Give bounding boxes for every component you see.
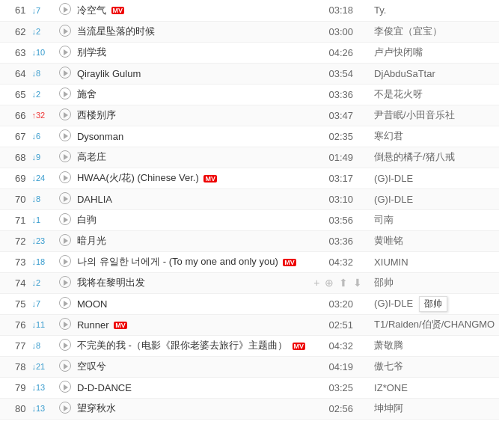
song-title: 别学我 [74, 42, 310, 63]
artist-link[interactable]: (G)I-DLE [374, 297, 413, 308]
song-title-link[interactable]: Qiraylik Gulum [77, 68, 141, 79]
artist-link[interactable]: Ty. [374, 4, 386, 16]
play-cell [56, 398, 74, 419]
artist-link[interactable]: 李俊宜（宜宝） [374, 25, 442, 37]
play-button[interactable] [59, 171, 71, 183]
song-title-link[interactable]: 空叹兮 [77, 360, 106, 372]
rank-number: 71 [0, 209, 28, 230]
play-cell [56, 21, 74, 42]
artist-link[interactable]: 司南 [374, 214, 394, 225]
play-button[interactable] [59, 297, 71, 309]
artist-link[interactable]: T1/Raiden/伯贤/CHANGMO [374, 319, 495, 330]
rank-change: ↓7 [28, 293, 55, 314]
song-title-link[interactable]: MOON [77, 298, 107, 310]
mv-badge[interactable]: MV [111, 7, 125, 14]
rank-number: 79 [0, 377, 28, 398]
song-title-link[interactable]: 望穿秋水 [77, 402, 116, 414]
artist-link[interactable]: 黄唯铭 [374, 235, 403, 246]
song-title-link[interactable]: 西楼别序 [77, 109, 116, 120]
song-title-link[interactable]: 施舍 [77, 88, 97, 99]
rank-down-icon: ↓11 [31, 320, 45, 329]
add-icon[interactable]: + [313, 277, 319, 289]
artist-link[interactable]: XIUMIN [374, 257, 408, 268]
song-title-link[interactable]: DAHLIA [77, 194, 112, 205]
play-button[interactable] [59, 3, 71, 15]
rank-down-icon: ↓8 [31, 194, 40, 203]
play-button[interactable] [59, 67, 71, 79]
play-button[interactable] [59, 88, 71, 99]
play-button[interactable] [59, 339, 71, 351]
song-title-link[interactable]: 白驹 [77, 214, 97, 225]
rank-down-icon: ↓9 [31, 153, 40, 162]
play-button[interactable] [59, 360, 71, 372]
mv-badge[interactable]: MV [203, 175, 217, 182]
folder-icon[interactable]: ⊕ [325, 277, 334, 289]
mv-badge[interactable]: MV [114, 322, 127, 329]
download-icon[interactable]: ⬇ [353, 277, 362, 289]
artist-link[interactable]: 尹昔眠/小田音乐社 [374, 109, 455, 120]
artist-link[interactable]: 傲七爷 [374, 360, 403, 372]
artist-link[interactable]: 萧敬腾 [374, 340, 403, 351]
song-duration: 04:32 [310, 335, 371, 356]
artist-link[interactable]: 坤坤阿 [374, 402, 403, 414]
rank-number: 69 [0, 168, 28, 188]
rank-change: ↓8 [28, 63, 55, 84]
play-cell [56, 84, 74, 105]
table-row: 73↓18나의 유일한 너에게 - (To my one and only yo… [0, 251, 499, 272]
play-button[interactable] [59, 213, 71, 225]
song-title-link[interactable]: 暗月光 [77, 235, 106, 246]
song-title-link[interactable]: 冷空气 [77, 4, 106, 16]
play-button[interactable] [59, 255, 71, 267]
rank-down-icon: ↓8 [31, 341, 40, 350]
song-duration: 04:19 [310, 356, 371, 377]
mv-badge[interactable]: MV [293, 343, 306, 350]
table-row: 79↓13D-D-DANCE03:25IZ*ONE [0, 377, 499, 398]
play-button[interactable] [59, 129, 71, 141]
artist-link[interactable]: 寒幻君 [374, 130, 403, 141]
song-title-link[interactable]: 不完美的我 -（电影《跟你老婆去旅行》主题曲） [77, 340, 287, 351]
artist-link[interactable]: IZ*ONE [374, 382, 408, 393]
mv-badge[interactable]: MV [283, 259, 296, 266]
song-duration: 01:49 [310, 147, 371, 168]
song-artist: 尹昔眠/小田音乐社 [371, 105, 499, 126]
play-button[interactable] [59, 381, 71, 393]
play-button[interactable] [59, 402, 71, 414]
song-title-link[interactable]: Runner [77, 319, 109, 331]
artist-link[interactable]: (G)I-DLE [374, 173, 413, 184]
song-artist: 不是花火呀 [371, 84, 499, 105]
song-title-link[interactable]: 当流星坠落的时候 [77, 25, 155, 37]
rank-change: ↓24 [28, 168, 55, 188]
song-title: 施舍 [74, 84, 310, 105]
play-button[interactable] [59, 108, 71, 120]
share-icon[interactable]: ⬆ [339, 277, 348, 289]
song-title-link[interactable]: Dysonman [77, 131, 123, 142]
play-cell [56, 251, 74, 272]
rank-number: 80 [0, 398, 28, 419]
song-title-link[interactable]: 别学我 [77, 46, 106, 58]
play-button[interactable] [59, 192, 71, 204]
play-cell [56, 356, 74, 377]
artist-link[interactable]: 不是花火呀 [374, 88, 423, 99]
artist-link[interactable]: (G)I-DLE [374, 194, 413, 205]
play-button[interactable] [59, 276, 71, 288]
song-title-link[interactable]: 나의 유일한 너에게 - (To my one and only you) [77, 256, 278, 267]
artist-link[interactable]: 倒悬的橘子/猪八戒 [374, 151, 455, 162]
song-artist: 傲七爷 [371, 356, 499, 377]
song-artist: 萧敬腾 [371, 335, 499, 356]
song-title-link[interactable]: 我将在黎明出发 [77, 277, 145, 288]
play-button[interactable] [59, 150, 71, 162]
artist-link[interactable]: 邵帅 [374, 277, 394, 288]
artist-link[interactable]: 卢卢快闭嘴 [374, 46, 423, 58]
rank-number: 72 [0, 230, 28, 251]
song-title-link[interactable]: HWAA(火/花) (Chinese Ver.) [77, 172, 199, 183]
play-button[interactable] [59, 234, 71, 246]
play-button[interactable] [59, 46, 71, 58]
song-title-link[interactable]: 高老庄 [77, 151, 106, 162]
song-title-link[interactable]: D-D-DANCE [77, 382, 132, 393]
song-duration: 03:18 [310, 0, 371, 21]
artist-link[interactable]: DjAbduSaTtar [374, 68, 435, 79]
rank-change: ↓1 [28, 209, 55, 230]
play-button[interactable] [59, 25, 71, 37]
table-row: 63↓10别学我04:26卢卢快闭嘴 [0, 42, 499, 63]
play-button[interactable] [59, 318, 71, 330]
